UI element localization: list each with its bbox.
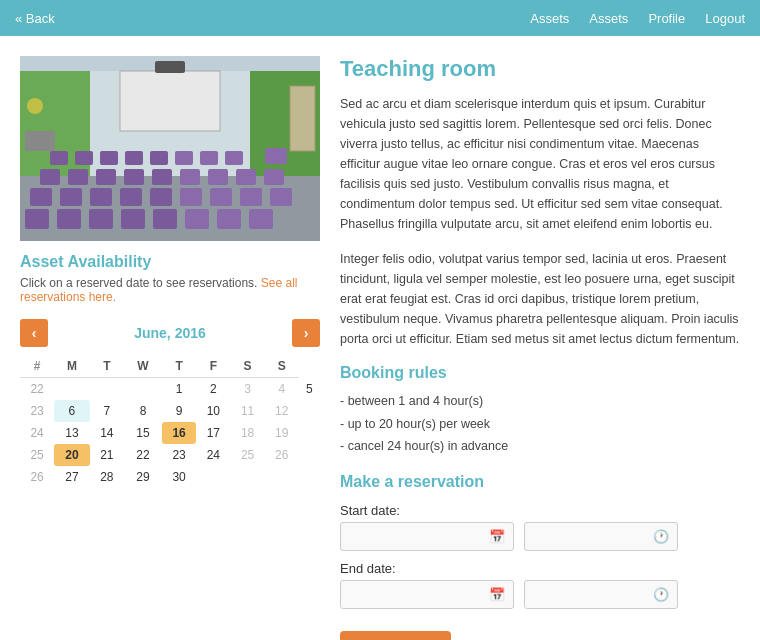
cal-day[interactable]: 18 xyxy=(230,422,264,444)
cal-day[interactable]: 24 xyxy=(196,444,230,466)
end-time-input[interactable] xyxy=(525,581,645,607)
cal-header-week: # xyxy=(20,355,54,378)
cal-day[interactable]: 17 xyxy=(196,422,230,444)
main-content: Asset Availability Click on a reserved d… xyxy=(0,36,760,640)
svg-rect-29 xyxy=(120,188,142,206)
end-date-calendar-icon[interactable]: 📅 xyxy=(481,581,513,608)
cal-day[interactable]: 15 xyxy=(124,422,162,444)
start-time-clock-icon[interactable]: 🕐 xyxy=(645,523,677,550)
cal-week-num: 25 xyxy=(20,444,54,466)
svg-rect-23 xyxy=(208,169,228,185)
svg-rect-40 xyxy=(185,209,209,229)
cal-day xyxy=(265,466,299,488)
reserve-button[interactable]: Reserve xyxy=(340,631,451,641)
calendar-next-button[interactable]: › xyxy=(292,319,320,347)
end-date-input[interactable] xyxy=(341,581,481,607)
start-time-input[interactable] xyxy=(525,523,645,549)
cal-day[interactable]: 28 xyxy=(90,466,124,488)
cal-day[interactable]: 10 xyxy=(196,400,230,422)
cal-day[interactable]: 23 xyxy=(162,444,196,466)
reservations-link[interactable]: Assets xyxy=(589,11,628,26)
booking-rules: - between 1 and 4 hour(s)- up to 20 hour… xyxy=(340,390,740,458)
end-date-row: End date: 📅 🕐 xyxy=(340,561,740,609)
cal-week-num: 26 xyxy=(20,466,54,488)
cal-day[interactable]: 6 xyxy=(54,400,89,422)
logout-link[interactable]: Logout xyxy=(705,11,745,26)
end-time-clock-icon[interactable]: 🕐 xyxy=(645,581,677,608)
svg-rect-20 xyxy=(124,169,144,185)
calendar: ‹ June, 2016 › # M T W T F S S xyxy=(20,319,320,488)
cal-day[interactable]: 1 xyxy=(162,378,196,401)
cal-day[interactable]: 25 xyxy=(230,444,264,466)
end-time-picker[interactable]: 🕐 xyxy=(524,580,678,609)
cal-day[interactable]: 22 xyxy=(124,444,162,466)
svg-rect-15 xyxy=(225,151,243,165)
svg-rect-8 xyxy=(50,151,68,165)
cal-header-sat: S xyxy=(230,355,264,378)
svg-rect-19 xyxy=(96,169,116,185)
start-date-calendar-icon[interactable]: 📅 xyxy=(481,523,513,550)
svg-rect-12 xyxy=(150,151,168,165)
end-date-inputs: 📅 🕐 xyxy=(340,580,740,609)
cal-day[interactable]: 19 xyxy=(265,422,299,444)
cal-day[interactable]: 3 xyxy=(230,378,264,401)
booking-rules-title: Booking rules xyxy=(340,364,740,382)
svg-rect-14 xyxy=(200,151,218,165)
profile-link[interactable]: Profile xyxy=(648,11,685,26)
cal-day[interactable]: 30 xyxy=(162,466,196,488)
calendar-header: ‹ June, 2016 › xyxy=(20,319,320,347)
booking-rule-item: - between 1 and 4 hour(s) xyxy=(340,390,740,413)
cal-header-sun: S xyxy=(265,355,299,378)
cal-week-num: 22 xyxy=(20,378,54,401)
svg-rect-26 xyxy=(30,188,52,206)
room-title: Teaching room xyxy=(340,56,740,82)
make-reservation-title: Make a reservation xyxy=(340,473,740,491)
svg-rect-37 xyxy=(89,209,113,229)
cal-header-fri: F xyxy=(196,355,230,378)
cal-day[interactable]: 13 xyxy=(54,422,89,444)
svg-rect-13 xyxy=(175,151,193,165)
cal-day[interactable]: 12 xyxy=(265,400,299,422)
cal-day[interactable]: 14 xyxy=(90,422,124,444)
left-column: Asset Availability Click on a reserved d… xyxy=(20,56,320,640)
cal-day[interactable]: 2 xyxy=(196,378,230,401)
cal-day xyxy=(54,378,89,401)
cal-day xyxy=(196,466,230,488)
navigation: « Back Assets Assets Profile Logout xyxy=(0,0,760,36)
room-description-1: Sed ac arcu et diam scelerisque interdum… xyxy=(340,94,740,234)
cal-day[interactable]: 26 xyxy=(265,444,299,466)
cal-day[interactable]: 8 xyxy=(124,400,162,422)
end-date-picker[interactable]: 📅 xyxy=(340,580,514,609)
assets-link[interactable]: Assets xyxy=(530,11,569,26)
room-description-2: Integer felis odio, volutpat varius temp… xyxy=(340,249,740,349)
cal-day[interactable]: 20 xyxy=(54,444,89,466)
cal-day[interactable]: 5 xyxy=(299,378,320,401)
cal-day[interactable]: 11 xyxy=(230,400,264,422)
svg-rect-28 xyxy=(90,188,112,206)
svg-rect-11 xyxy=(125,151,143,165)
start-time-picker[interactable]: 🕐 xyxy=(524,522,678,551)
start-date-input[interactable] xyxy=(341,523,481,549)
cal-day[interactable]: 16 xyxy=(162,422,196,444)
cal-header-mon: M xyxy=(54,355,89,378)
nav-links: Assets Assets Profile Logout xyxy=(530,11,745,26)
cal-day[interactable]: 4 xyxy=(265,378,299,401)
right-column: Teaching room Sed ac arcu et diam sceler… xyxy=(340,56,740,640)
booking-rule-item: - cancel 24 hour(s) in advance xyxy=(340,435,740,458)
svg-rect-25 xyxy=(264,169,284,185)
cal-day[interactable]: 29 xyxy=(124,466,162,488)
back-link[interactable]: « Back xyxy=(15,11,55,26)
svg-rect-42 xyxy=(249,209,273,229)
svg-rect-31 xyxy=(180,188,202,206)
svg-rect-17 xyxy=(40,169,60,185)
svg-rect-22 xyxy=(180,169,200,185)
room-image xyxy=(20,56,320,241)
cal-day[interactable]: 9 xyxy=(162,400,196,422)
cal-day[interactable]: 21 xyxy=(90,444,124,466)
cal-day[interactable]: 27 xyxy=(54,466,89,488)
cal-day[interactable]: 7 xyxy=(90,400,124,422)
svg-rect-43 xyxy=(25,131,55,151)
start-date-picker[interactable]: 📅 xyxy=(340,522,514,551)
start-date-inputs: 📅 🕐 xyxy=(340,522,740,551)
calendar-prev-button[interactable]: ‹ xyxy=(20,319,48,347)
